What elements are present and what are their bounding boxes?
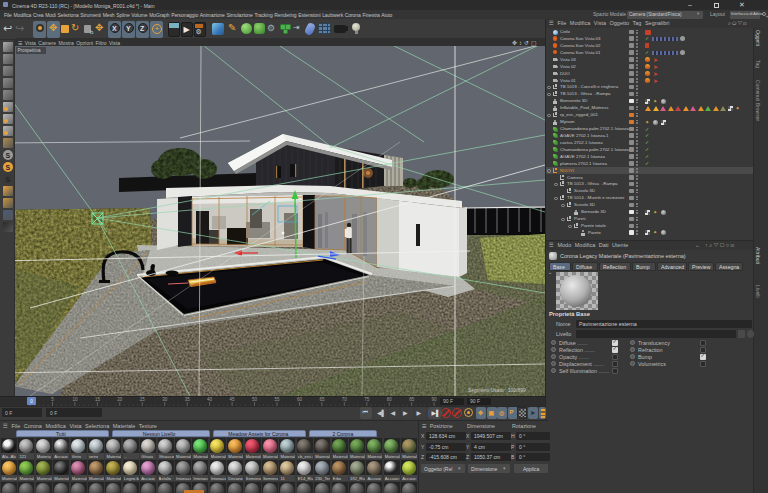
svg-text:60: 60: [297, 397, 303, 402]
svg-text:70: 70: [342, 397, 348, 402]
svg-text:55: 55: [274, 397, 280, 402]
svg-text:5: 5: [51, 397, 54, 402]
svg-text:45: 45: [230, 397, 236, 402]
svg-text:25: 25: [140, 397, 146, 402]
svg-text:30: 30: [162, 397, 168, 402]
svg-text:10: 10: [72, 397, 78, 402]
svg-text:65: 65: [319, 397, 325, 402]
svg-text:80: 80: [387, 397, 393, 402]
svg-text:90: 90: [432, 397, 438, 402]
svg-text:40: 40: [207, 397, 213, 402]
svg-text:50: 50: [252, 397, 258, 402]
svg-text:Segmenti Usato : 100/899: Segmenti Usato : 100/899: [468, 387, 526, 393]
svg-text:15: 15: [95, 397, 101, 402]
svg-text:85: 85: [409, 397, 415, 402]
svg-text:75: 75: [364, 397, 370, 402]
svg-text:35: 35: [185, 397, 191, 402]
svg-text:20: 20: [117, 397, 123, 402]
